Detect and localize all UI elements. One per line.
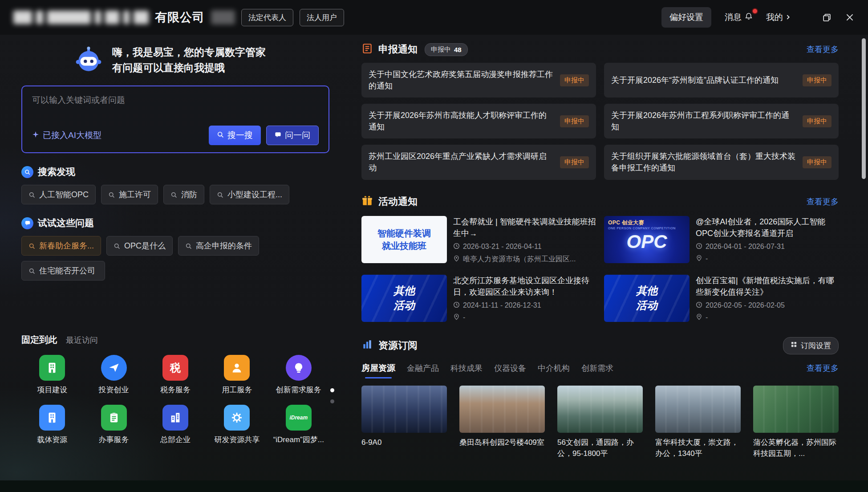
messages-label: 消息 — [725, 12, 742, 23]
tab-instruments[interactable]: 仪器设备 — [494, 363, 526, 378]
status-tag: 申报中 — [560, 115, 589, 127]
property-photo — [753, 386, 839, 433]
status-tag: 申报中 — [803, 156, 831, 168]
questions-title: 试试这些问题 — [38, 217, 94, 229]
location-pin-icon — [696, 313, 702, 322]
assistant-greeting: 嗨，我是易宝，您的专属数字管家 有问题可以直接向我提哦 — [21, 45, 329, 76]
activity-card[interactable]: OPC 创业大赛 ONE PERSON COMPANY COMPETITION … — [604, 216, 839, 264]
bell-icon — [745, 12, 753, 23]
activity-thumbnail: 其他 活动 — [604, 275, 690, 322]
question-chip[interactable]: OPC是什么 — [106, 236, 173, 256]
ai-model-note: 已接入AI大模型 — [32, 130, 101, 141]
tab-innovation-demand[interactable]: 创新需求 — [581, 363, 613, 378]
restore-window-button[interactable] — [822, 13, 831, 22]
activity-notices-section: 活动通知 查看更多 智能硬件装调 就业技能班 工会帮就业 | 智能硬件装调就业技… — [361, 195, 839, 322]
chevron-right-icon — [785, 12, 791, 22]
clock-icon — [453, 243, 460, 251]
notice-card[interactable]: 关于中国文化艺术政府奖第五届动漫奖申报推荐工作的通知 申报中 — [361, 63, 596, 98]
notices-view-more-link[interactable]: 查看更多 — [807, 44, 839, 55]
carousel-dot[interactable] — [330, 399, 334, 403]
apps-carousel-dots — [330, 388, 334, 403]
redacted-badge — [211, 10, 235, 24]
search-button[interactable]: 搜一搜 — [209, 126, 261, 145]
robot-mascot-icon — [74, 45, 103, 76]
idream-icon: iDream — [286, 405, 312, 431]
suggested-questions-section: 试试这些问题 新春助企服务... OPC是什么 高企申报的条件 住宅能否开公司 — [21, 217, 329, 281]
tab-financial-products[interactable]: 金融产品 — [407, 363, 439, 378]
question-chip[interactable]: 住宅能否开公司 — [21, 261, 105, 281]
tab-recent[interactable]: 最近访问 — [66, 335, 98, 346]
notices-title: 申报通知 — [378, 43, 418, 56]
scrollbar-thumb[interactable] — [862, 38, 866, 179]
resource-card[interactable]: 桑田岛科创园2号楼409室 — [459, 386, 545, 459]
resource-card[interactable]: 6-9A0 — [361, 386, 447, 459]
app-item-carrier-resources[interactable]: 载体资源 — [21, 405, 83, 445]
app-item-project-construction[interactable]: 项目建设 — [21, 355, 83, 395]
discover-chip[interactable]: 人工智能OPC — [21, 185, 96, 204]
activity-card[interactable]: 智能硬件装调 就业技能班 工会帮就业 | 智能硬件装调就业技能班招生中→ 202… — [361, 216, 596, 264]
notice-card[interactable]: 苏州工业园区2026年重点产业紧缺人才需求调研启动 申报中 — [361, 145, 596, 179]
activities-view-more-link[interactable]: 查看更多 — [807, 196, 839, 207]
subscription-settings-button[interactable]: 订阅设置 — [783, 337, 839, 354]
activity-card[interactable]: 其他 活动 创业百宝箱|《新增值税法实施后，有哪些新变化值得关注》 2026-0… — [604, 275, 839, 322]
search-input[interactable] — [32, 95, 319, 105]
close-window-button[interactable] — [845, 12, 855, 22]
app-item-investment[interactable]: 投资创业 — [83, 355, 144, 395]
discover-chip[interactable]: 施工许可 — [101, 185, 158, 204]
resource-card[interactable]: 蒲公英孵化器，苏州国际科技园五期，... — [753, 386, 839, 459]
status-tag: 申报中 — [803, 115, 831, 127]
tab-intermediaries[interactable]: 中介机构 — [538, 363, 570, 378]
activities-title: 活动通知 — [378, 195, 418, 208]
resources-view-more-link[interactable]: 查看更多 — [807, 363, 839, 374]
property-photo — [557, 386, 643, 433]
location-pin-icon — [453, 255, 460, 264]
app-item-idream[interactable]: iDream “iDream”园梦... — [268, 405, 329, 445]
activity-card[interactable]: 其他 活动 北交所江苏服务基地设立园区企业接待日，欢迎园区企业来访来询！ 202… — [361, 275, 596, 322]
app-item-services[interactable]: 办事服务 — [83, 405, 144, 445]
question-chip[interactable]: 高企申报的条件 — [178, 236, 259, 256]
building-icon — [39, 355, 65, 381]
resource-subscription-section: 资源订阅 订阅设置 房屋资源 金融产品 科技成果 仪器设备 中介机构 创新需求 … — [361, 337, 839, 459]
tax-icon: 税 — [162, 355, 188, 381]
notices-status-badge: 申报中48 — [425, 43, 468, 56]
location-pin-icon — [696, 255, 702, 263]
app-item-tax[interactable]: 税 税务服务 — [145, 355, 206, 395]
legal-representative-badge: 法定代表人 — [241, 9, 293, 26]
question-chip[interactable]: 新春助企服务... — [21, 236, 101, 256]
app-item-employment[interactable]: 用工服务 — [206, 355, 268, 395]
tab-housing-resources[interactable]: 房屋资源 — [361, 362, 395, 378]
bulb-icon — [286, 355, 312, 381]
messages-button[interactable]: 消息 — [725, 12, 753, 23]
resource-card[interactable]: 富华科技大厦，崇文路，办公，1340平 — [655, 386, 741, 459]
preferences-button[interactable]: 偏好设置 — [661, 7, 711, 28]
notice-card[interactable]: 关于开展2026年“苏州制造”品牌认证工作的通知 申报中 — [604, 63, 839, 98]
clock-icon — [696, 243, 702, 251]
bar-chart-icon — [361, 339, 373, 352]
property-photo — [655, 386, 741, 433]
status-tag: 申报中 — [560, 156, 589, 168]
greeting-line-1: 嗨，我是易宝，您的专属数字管家 — [112, 45, 266, 60]
company-name: 有限公司 — [155, 9, 205, 25]
search-discover-section: 搜索发现 人工智能OPC 施工许可 消防 小型建设工程... — [21, 166, 329, 204]
my-account-button[interactable]: 我的 — [766, 12, 791, 23]
carousel-dot-active[interactable] — [330, 388, 334, 392]
assistant-search-panel: 已接入AI大模型 搜一搜 问一问 — [21, 85, 329, 153]
app-item-innovation-demand[interactable]: 创新需求服务 — [268, 355, 329, 395]
notice-card[interactable]: 关于开展2026年苏州市工程系列职称评审工作的通知 申报中 — [604, 104, 839, 138]
location-pin-icon — [453, 313, 460, 322]
building-icon — [39, 405, 65, 431]
notice-card[interactable]: 关于组织开展第六批能源领域首台（套）重大技术装备申报工作的通知 申报中 — [604, 145, 839, 179]
notice-card[interactable]: 关于开展2026年苏州市高技能人才职称评审工作的通知 申报中 — [361, 104, 596, 138]
resources-title: 资源订阅 — [378, 339, 418, 352]
clock-icon — [696, 301, 702, 310]
status-tag: 申报中 — [803, 74, 831, 86]
ask-button[interactable]: 问一问 — [266, 126, 319, 145]
app-item-rd-sharing[interactable]: 研发资源共享 — [206, 405, 268, 445]
resource-card[interactable]: 56文创园，通园路，办公，95-1800平 — [557, 386, 643, 459]
chat-bubble-icon — [275, 130, 281, 140]
discover-chip[interactable]: 小型建设工程... — [210, 185, 289, 204]
tab-tech-achievements[interactable]: 科技成果 — [450, 363, 483, 378]
discover-chip[interactable]: 消防 — [163, 185, 204, 204]
app-item-headquarters[interactable]: 总部企业 — [145, 405, 206, 445]
tab-pinned[interactable]: 固定到此 — [21, 334, 57, 346]
